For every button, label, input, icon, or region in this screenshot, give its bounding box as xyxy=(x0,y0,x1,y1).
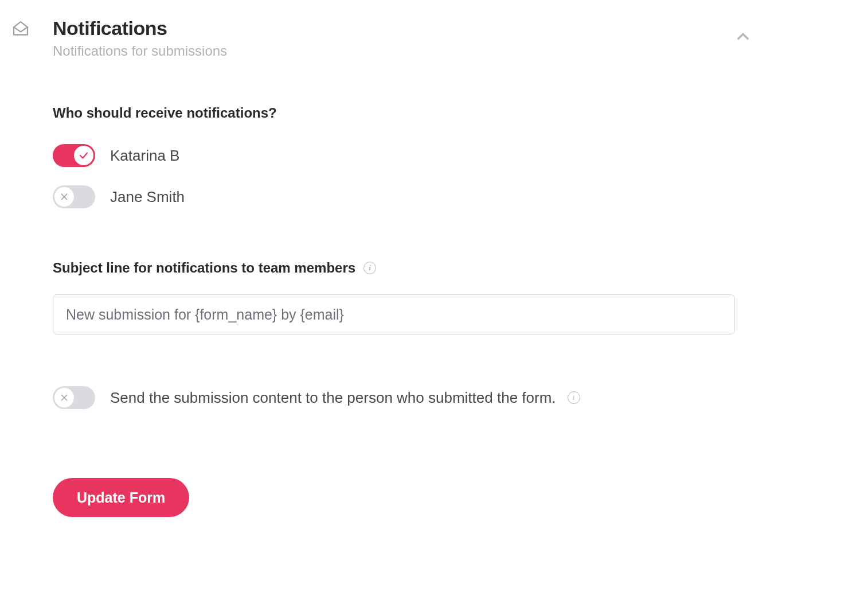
chevron-up-icon xyxy=(735,29,751,45)
page-subtitle: Notifications for submissions xyxy=(53,43,227,59)
collapse-toggle[interactable] xyxy=(735,17,757,45)
info-icon[interactable]: i xyxy=(568,391,580,404)
recipient-toggle-katarina-b[interactable] xyxy=(53,144,95,167)
x-icon xyxy=(60,393,69,402)
info-icon[interactable]: i xyxy=(363,262,376,274)
update-form-button[interactable]: Update Form xyxy=(53,478,189,517)
check-icon xyxy=(79,150,89,161)
x-icon xyxy=(60,192,69,201)
recipient-name: Jane Smith xyxy=(110,188,185,206)
recipients-label: Who should receive notifications? xyxy=(53,105,757,121)
send-submission-toggle[interactable] xyxy=(53,386,95,409)
send-submission-label: Send the submission content to the perso… xyxy=(110,389,556,407)
recipient-name: Katarina B xyxy=(110,147,179,165)
page-title: Notifications xyxy=(53,17,227,40)
subject-input[interactable] xyxy=(53,294,735,335)
subject-label: Subject line for notifications to team m… xyxy=(53,260,355,276)
envelope-icon xyxy=(11,17,30,38)
recipient-toggle-jane-smith[interactable] xyxy=(53,185,95,208)
